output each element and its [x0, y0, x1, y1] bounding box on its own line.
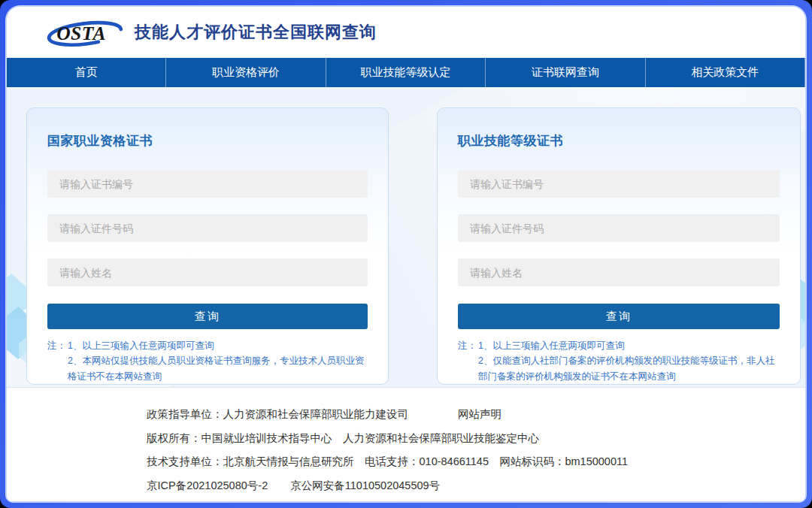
name-input[interactable] — [47, 259, 368, 286]
id-number-input[interactable] — [47, 214, 368, 242]
note-prefix: 注： — [47, 338, 66, 353]
note-item: 1、以上三项输入任意两项即可查询 — [478, 338, 780, 353]
nav-item-qualification-evaluation[interactable]: 职业资格评价 — [166, 58, 326, 87]
skill-level-certificate-card: 职业技能等级证书 查询 注： 1、以上三项输入任意两项即可查询 2、仅能查询人社… — [437, 107, 801, 385]
site-declaration-link[interactable]: 网站声明 — [458, 408, 501, 420]
card-title: 职业技能等级证书 — [458, 132, 780, 150]
osta-logo-text: OSTA — [56, 23, 106, 44]
certificate-number-input[interactable] — [458, 170, 780, 198]
osta-logo[interactable]: OSTA — [46, 15, 124, 50]
query-button[interactable]: 查询 — [47, 304, 368, 329]
decor-crystal — [7, 274, 26, 322]
page-title: 技能人才评价证书全国联网查询 — [135, 21, 377, 44]
note-prefix: 注： — [458, 338, 477, 353]
osta-logo-icon: OSTA — [46, 15, 124, 50]
page-frame: OSTA 技能人才评价证书全国联网查询 首页 职业资格评价 职业技能等级认定 证… — [0, 0, 812, 508]
footer-support-line: 技术支持单位：北京航天情报与信息研究所 电话支持：010-84661145 网站… — [147, 450, 805, 474]
icp-filing-link[interactable]: 京ICP备2021025080号-2 — [147, 479, 268, 491]
page-body: OSTA 技能人才评价证书全国联网查询 首页 职业资格评价 职业技能等级认定 证… — [5, 5, 807, 503]
name-input[interactable] — [458, 259, 780, 286]
note-item: 2、本网站仅提供技能人员职业资格证书查询服务，专业技术人员职业资格证书不在本网站… — [68, 353, 368, 384]
query-button[interactable]: 查询 — [458, 304, 780, 329]
card-title: 国家职业资格证书 — [47, 132, 368, 150]
main-section: 国家职业资格证书 查询 注： 1、以上三项输入任意两项即可查询 2、本网站仅提供… — [7, 87, 805, 388]
footer-icp-line: 京ICP备2021025080号-2 京公网安备11010502045509号 — [147, 474, 805, 498]
main-nav: 首页 职业资格评价 职业技能等级认定 证书联网查询 相关政策文件 — [7, 58, 805, 87]
nav-item-skill-level-certification[interactable]: 职业技能等级认定 — [326, 58, 486, 87]
nav-item-certificate-query[interactable]: 证书联网查询 — [486, 58, 645, 87]
police-filing-link[interactable]: 京公网安备11010502045509号 — [290, 479, 440, 491]
card-notes: 注： 1、以上三项输入任意两项即可查询 2、仅能查询人社部门备案的评价机构颁发的… — [458, 338, 780, 384]
site-header: OSTA 技能人才评价证书全国联网查询 — [7, 7, 805, 58]
site-footer: 政策指导单位：人力资源和社会保障部职业能力建设司 网站声明 版权所有：中国就业培… — [7, 388, 805, 501]
policy-guidance-text: 政策指导单位：人力资源和社会保障部职业能力建设司 — [147, 408, 408, 420]
footer-policy-line: 政策指导单位：人力资源和社会保障部职业能力建设司 网站声明 — [147, 403, 805, 427]
id-number-input[interactable] — [458, 214, 780, 242]
nav-item-home[interactable]: 首页 — [7, 58, 166, 87]
nav-item-policy-documents[interactable]: 相关政策文件 — [646, 58, 805, 87]
card-notes: 注： 1、以上三项输入任意两项即可查询 2、本网站仅提供技能人员职业资格证书查询… — [47, 338, 368, 384]
national-qualification-certificate-card: 国家职业资格证书 查询 注： 1、以上三项输入任意两项即可查询 2、本网站仅提供… — [26, 107, 389, 385]
certificate-number-input[interactable] — [47, 170, 368, 198]
note-item: 2、仅能查询人社部门备案的评价机构颁发的职业技能等级证书，非人社部门备案的评价机… — [478, 353, 780, 384]
note-item: 1、以上三项输入任意两项即可查询 — [68, 338, 368, 353]
footer-copyright-line: 版权所有：中国就业培训技术指导中心 人力资源和社会保障部职业技能鉴定中心 — [147, 427, 805, 451]
